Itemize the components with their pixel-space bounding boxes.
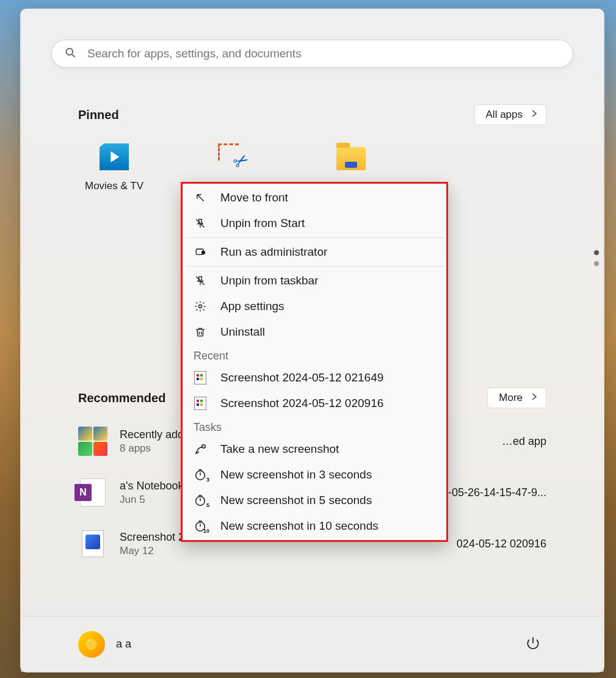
ctx-label: Move to front — [220, 191, 288, 204]
app-label: Movies & TV — [85, 180, 143, 192]
ctx-label: App settings — [220, 300, 284, 313]
ctx-label: Unpin from taskbar — [220, 274, 319, 287]
user-account-button[interactable]: 🟡 a a — [78, 631, 131, 658]
svg-point-9 — [202, 445, 206, 449]
ctx-label: Screenshot 2024-05-12 021649 — [220, 371, 383, 384]
svg-point-8 — [199, 305, 202, 308]
chevron-right-icon — [531, 392, 537, 404]
pinned-header: Pinned All apps — [78, 104, 546, 125]
power-icon — [525, 635, 541, 654]
timer-icon: 3 — [194, 468, 207, 481]
more-button[interactable]: More — [487, 388, 546, 408]
search-bar[interactable] — [51, 40, 573, 68]
image-file-icon — [194, 371, 207, 384]
arrow-upleft-icon — [194, 191, 207, 204]
ctx-unpin-start[interactable]: Unpin from Start — [183, 211, 446, 236]
page-dot[interactable] — [594, 261, 599, 266]
ctx-uninstall[interactable]: Uninstall — [183, 319, 446, 345]
separator — [185, 266, 444, 267]
pinned-title: Pinned — [78, 108, 119, 122]
username-label: a a — [116, 638, 131, 651]
ctx-label: Unpin from Start — [220, 217, 305, 230]
ctx-task-screenshot-10s[interactable]: 10 New screenshot in 10 seconds — [183, 513, 446, 539]
page-indicator — [594, 250, 599, 266]
context-menu: Move to front Unpin from Start Run as ad… — [181, 182, 448, 542]
apps-group-icon — [78, 427, 107, 456]
pinned-app-movies-tv[interactable]: Movies & TV — [82, 143, 147, 192]
separator — [185, 237, 444, 238]
rec-subtitle: May 12 — [120, 545, 184, 557]
search-icon — [64, 46, 76, 61]
power-button[interactable] — [520, 631, 546, 658]
ctx-task-new-screenshot[interactable]: Take a new screenshot — [183, 436, 446, 462]
chevron-right-icon — [531, 109, 537, 121]
image-file-icon — [78, 529, 107, 558]
ctx-tasks-heading: Tasks — [183, 416, 446, 436]
ctx-recent-heading: Recent — [183, 345, 446, 365]
onenote-icon — [78, 478, 107, 507]
timer-icon: 5 — [194, 494, 207, 507]
shield-icon — [194, 245, 207, 259]
rec-title: Screenshot 2 — [120, 531, 184, 544]
page-dot[interactable] — [594, 250, 599, 255]
rec-title: …ed app — [502, 435, 546, 448]
all-apps-button[interactable]: All apps — [474, 104, 546, 125]
svg-line-1 — [72, 54, 74, 57]
folder-icon — [336, 143, 366, 173]
rec-subtitle: Jun 5 — [120, 494, 184, 506]
ctx-label: Uninstall — [220, 325, 265, 339]
movies-tv-icon — [100, 143, 129, 173]
more-label: More — [499, 392, 523, 404]
ctx-label: Screenshot 2024-05-12 020916 — [220, 397, 383, 410]
avatar: 🟡 — [78, 631, 105, 658]
timer-icon: 10 — [194, 519, 207, 533]
ctx-label: New screenshot in 3 seconds — [220, 468, 372, 481]
ctx-label: New screenshot in 5 seconds — [220, 494, 372, 507]
recommended-title: Recommended — [78, 391, 165, 405]
ctx-app-settings[interactable]: App settings — [183, 294, 446, 319]
snipping-tool-icon: ✂ — [218, 143, 247, 173]
all-apps-label: All apps — [486, 109, 523, 121]
gear-icon — [194, 300, 207, 313]
ctx-recent-item[interactable]: Screenshot 2024-05-12 020916 — [183, 391, 446, 416]
image-file-icon — [194, 397, 207, 410]
search-input[interactable] — [87, 47, 560, 60]
ctx-task-screenshot-5s[interactable]: 5 New screenshot in 5 seconds — [183, 488, 446, 513]
ctx-task-screenshot-3s[interactable]: 3 New screenshot in 3 seconds — [183, 462, 446, 488]
ctx-run-as-admin[interactable]: Run as administrator — [183, 239, 446, 265]
ctx-label: New screenshot in 10 seconds — [220, 519, 379, 533]
unpin-icon — [194, 274, 207, 287]
bottom-bar: 🟡 a a — [21, 616, 604, 672]
rec-title: 024-05-12 020916 — [457, 538, 546, 550]
ctx-move-to-front[interactable]: Move to front — [183, 185, 446, 211]
ctx-unpin-taskbar[interactable]: Unpin from taskbar — [183, 268, 446, 294]
svg-point-0 — [66, 48, 73, 55]
timer-badge: 10 — [203, 528, 209, 534]
rec-title: a's Notebook — [120, 480, 184, 492]
timer-badge: 5 — [206, 502, 209, 508]
unpin-icon — [194, 217, 207, 230]
ctx-label: Take a new screenshot — [220, 442, 339, 456]
ctx-label: Run as administrator — [220, 245, 327, 259]
snip-icon — [194, 442, 207, 456]
timer-badge: 3 — [206, 477, 209, 483]
svg-line-2 — [197, 195, 204, 201]
ctx-recent-item[interactable]: Screenshot 2024-05-12 021649 — [183, 365, 446, 391]
trash-icon — [194, 325, 207, 339]
